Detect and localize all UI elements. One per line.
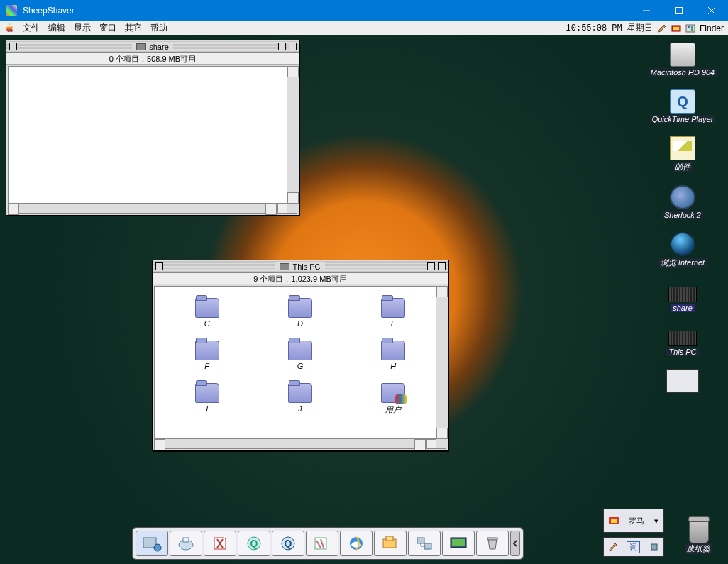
finder-window-share[interactable]: share 0 个项目，508.9 MB可用: [6, 40, 299, 216]
pc-folder-mini-icon: [280, 263, 289, 270]
chevron-down-icon: ▾: [654, 516, 658, 526]
app-icon: [6, 5, 17, 16]
window-titlebar[interactable]: This PC: [153, 260, 448, 273]
ime-mode-palette[interactable]: 词: [603, 537, 664, 557]
apple-menu-icon[interactable]: [4, 23, 14, 33]
resize-handle[interactable]: [287, 203, 297, 213]
dock-internet-explorer[interactable]: [340, 531, 373, 556]
dock-printer[interactable]: [170, 531, 202, 556]
menu-help[interactable]: 帮助: [150, 22, 167, 34]
finder-window-thispc[interactable]: This PC 9 个项目，1,023.9 MB可用 C D E F G H I…: [152, 260, 448, 451]
flag-icon: [609, 517, 619, 524]
dock-pdf[interactable]: [204, 531, 236, 556]
svg-rect-7: [688, 26, 690, 28]
folder-icon: [381, 298, 405, 318]
globe-icon: [670, 232, 695, 256]
window-content[interactable]: [8, 66, 297, 214]
menu-window[interactable]: 窗口: [99, 22, 116, 34]
clock[interactable]: 10:55:08 PM 星期日: [566, 22, 653, 34]
application-menu-icon[interactable]: [685, 23, 695, 33]
window-content[interactable]: C D E F G H I J 用户: [154, 286, 446, 449]
dock-quicktime[interactable]: Q: [238, 531, 270, 556]
mac-os-desktop[interactable]: 文件 编辑 显示 窗口 其它 帮助 10:55:08 PM 星期日 Finder…: [0, 21, 728, 564]
dock-stickies[interactable]: [306, 531, 338, 556]
tool-icon: [650, 543, 658, 551]
svg-rect-12: [280, 264, 289, 270]
window-title-text: This PC: [292, 262, 320, 271]
maximize-button[interactable]: [663, 0, 695, 21]
svg-rect-10: [137, 44, 145, 50]
window-zoom-box[interactable]: [427, 262, 435, 270]
dock-monitor[interactable]: [442, 531, 475, 556]
menu-special[interactable]: 其它: [125, 22, 142, 34]
window-info-bar: 9 个项目，1,023.9 MB可用: [153, 273, 448, 284]
folder-icon: [195, 383, 219, 403]
vertical-scrollbar[interactable]: [287, 67, 297, 203]
menu-view[interactable]: 显示: [74, 22, 91, 34]
ime-script-label: 罗马: [629, 516, 644, 526]
window-titlebar[interactable]: share: [6, 40, 299, 53]
pc-folder-icon: [668, 287, 697, 302]
folder-e[interactable]: E: [361, 298, 426, 328]
desktop-icon-mail[interactable]: 邮件: [670, 136, 695, 172]
menu-edit[interactable]: 编辑: [48, 22, 65, 34]
svg-rect-32: [651, 544, 657, 550]
dock-trash[interactable]: [476, 531, 509, 556]
folder-d[interactable]: D: [268, 298, 332, 328]
desktop-icon-quicktime[interactable]: QuickTime Player: [650, 89, 716, 123]
svg-rect-31: [611, 519, 617, 523]
ime-script-palette[interactable]: 罗马 ▾: [603, 509, 664, 533]
svg-rect-29: [487, 538, 497, 540]
window-zoom-box[interactable]: [278, 43, 286, 50]
folder-c[interactable]: C: [175, 298, 239, 328]
disk-icon: [670, 43, 695, 67]
svg-rect-1: [676, 8, 683, 14]
desktop-icon-browse-internet[interactable]: 浏览 Internet: [658, 232, 707, 268]
window-collapse-box[interactable]: [289, 43, 297, 50]
window-close-box[interactable]: [155, 262, 163, 270]
window-close-box[interactable]: [9, 43, 17, 50]
control-strip[interactable]: Q Q: [132, 527, 524, 560]
mail-icon: [670, 136, 695, 160]
control-strip-icon: [666, 369, 699, 393]
window-collapse-box[interactable]: [438, 262, 446, 270]
folder-j[interactable]: J: [268, 383, 332, 415]
minimize-button[interactable]: [630, 0, 663, 21]
windows-titlebar[interactable]: SheepShaver: [0, 0, 728, 21]
svg-text:Q: Q: [285, 538, 292, 549]
folder-i[interactable]: I: [175, 383, 239, 415]
pencil-icon[interactable]: [657, 23, 667, 33]
desktop-icon-sherlock[interactable]: Sherlock 2: [662, 185, 703, 219]
users-folder-icon: [381, 383, 405, 403]
horizontal-scrollbar[interactable]: [155, 438, 436, 448]
window-info-bar: 0 个项目，508.9 MB可用: [6, 53, 299, 65]
resize-handle[interactable]: [436, 438, 446, 448]
menu-file[interactable]: 文件: [23, 22, 40, 34]
folder-g[interactable]: G: [268, 341, 332, 370]
desktop-icon-hd[interactable]: Macintosh HD 904: [649, 43, 717, 77]
trash-icon: [689, 519, 709, 543]
desktop-icon-control-strip-module[interactable]: [666, 369, 699, 393]
folder-h[interactable]: H: [361, 341, 426, 370]
dock-appleshare[interactable]: [136, 531, 168, 556]
close-button[interactable]: [695, 0, 728, 21]
desktop-icon-share[interactable]: share: [668, 281, 697, 312]
folder-icon: [288, 341, 312, 360]
mac-menubar[interactable]: 文件 编辑 显示 窗口 其它 帮助 10:55:08 PM 星期日 Finder: [0, 21, 728, 35]
svg-rect-5: [673, 27, 679, 30]
horizontal-scrollbar[interactable]: [9, 203, 287, 213]
folder-f[interactable]: F: [175, 341, 239, 370]
dock-video[interactable]: Q: [272, 531, 304, 556]
folder-users[interactable]: 用户: [361, 383, 426, 415]
pc-folder-mini-icon: [136, 43, 146, 50]
control-strip-collapse[interactable]: [510, 531, 520, 556]
dock-network[interactable]: [408, 531, 441, 556]
desktop-trash[interactable]: 废纸篓: [685, 519, 712, 554]
desktop-icon-this-pc[interactable]: This PC: [666, 325, 698, 356]
vertical-scrollbar[interactable]: [436, 287, 446, 438]
keyboard-layout-icon[interactable]: [671, 23, 681, 33]
svg-text:Q: Q: [250, 538, 258, 549]
window-title: SheepShaver: [23, 6, 75, 16]
application-menu[interactable]: Finder: [700, 23, 724, 33]
dock-files[interactable]: [374, 531, 407, 556]
